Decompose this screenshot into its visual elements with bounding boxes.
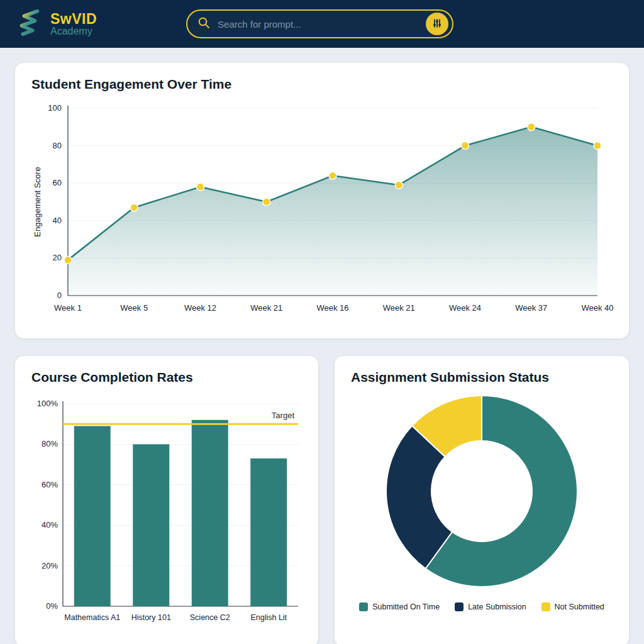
search-icon — [197, 16, 210, 31]
sliders-icon — [431, 18, 443, 31]
filter-button[interactable] — [426, 13, 448, 35]
logo-title: SwVID — [50, 11, 97, 26]
completion-bar-chart: 0%20%40%60%80%100%TargetMathematics A1Hi… — [31, 391, 302, 635]
svg-text:60%: 60% — [42, 480, 58, 489]
svg-text:Week 16: Week 16 — [316, 303, 348, 313]
completion-chart-card: Course Completion Rates 0%20%40%60%80%10… — [15, 356, 318, 644]
app-logo: SwVID Academy — [15, 8, 97, 40]
svg-text:Engagement Score: Engagement Score — [33, 167, 42, 236]
donut-legend: Submitted On Time Late Submission Not Su… — [351, 602, 613, 611]
svg-text:Week 1: Week 1 — [54, 303, 82, 313]
legend-label: Late Submission — [468, 602, 526, 611]
svg-text:0: 0 — [57, 291, 62, 300]
legend-label: Submitted On Time — [372, 602, 440, 611]
logo-subtitle: Academy — [50, 26, 97, 37]
completion-chart-title: Course Completion Rates — [31, 370, 302, 385]
legend-swatch — [541, 602, 550, 611]
svg-text:Week 21: Week 21 — [383, 303, 415, 313]
svg-text:Week 24: Week 24 — [449, 303, 481, 313]
svg-text:English Lit: English Lit — [250, 613, 287, 622]
svg-text:Target: Target — [272, 411, 295, 420]
svg-text:Week 40: Week 40 — [581, 303, 613, 313]
svg-text:100: 100 — [48, 103, 62, 113]
dashboard-content: Student Engagement Over Time 02040608010… — [0, 48, 644, 644]
engagement-chart-card: Student Engagement Over Time 02040608010… — [15, 63, 629, 338]
svg-text:20%: 20% — [42, 561, 58, 570]
svg-text:Science C2: Science C2 — [190, 613, 230, 622]
engagement-chart-title: Student Engagement Over Time — [31, 77, 613, 92]
svg-text:History 101: History 101 — [131, 613, 171, 622]
svg-text:100%: 100% — [37, 399, 58, 408]
svg-text:Week 12: Week 12 — [184, 303, 216, 313]
svg-text:40: 40 — [53, 216, 62, 225]
submission-donut-chart — [382, 391, 582, 594]
legend-swatch — [359, 602, 368, 611]
svg-text:80: 80 — [53, 141, 62, 150]
legend-item: Late Submission — [455, 602, 526, 611]
svg-text:Week 21: Week 21 — [250, 303, 282, 313]
search-bar[interactable] — [186, 9, 453, 38]
search-input[interactable] — [218, 19, 418, 30]
engagement-line-chart: 020406080100Week 1Week 5Week 12Week 21We… — [31, 98, 613, 325]
legend-item: Submitted On Time — [359, 602, 440, 611]
submission-chart-card: Assignment Submission Status Submitted O… — [335, 356, 629, 644]
svg-text:Week 37: Week 37 — [515, 303, 547, 313]
svg-text:60: 60 — [53, 178, 62, 187]
legend-swatch — [455, 602, 464, 611]
svg-text:0%: 0% — [46, 601, 58, 611]
svg-text:40%: 40% — [42, 520, 58, 530]
legend-label: Not Submitted — [555, 602, 604, 611]
svg-text:Week 5: Week 5 — [120, 303, 148, 313]
top-navigation-bar: SwVID Academy — [0, 0, 644, 48]
logo-icon — [15, 8, 44, 40]
legend-item: Not Submitted — [541, 602, 604, 611]
svg-text:80%: 80% — [42, 439, 58, 448]
svg-text:Mathematics A1: Mathematics A1 — [64, 613, 120, 622]
svg-text:20: 20 — [53, 253, 62, 262]
submission-chart-title: Assignment Submission Status — [351, 370, 613, 385]
